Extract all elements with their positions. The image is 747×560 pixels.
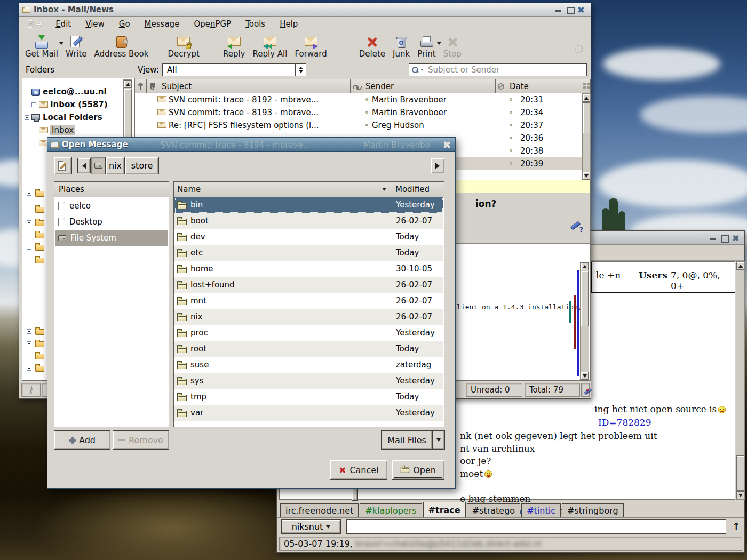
irc-tab-tintic[interactable]: #tintic <box>521 503 561 517</box>
place-item-eelco[interactable]: eelco <box>55 198 168 214</box>
add-button[interactable]: Add <box>54 430 110 450</box>
type-filename-button[interactable] <box>54 157 72 174</box>
irc-scrollbar-thumb[interactable] <box>736 455 744 491</box>
places-header[interactable]: Places <box>54 182 169 197</box>
file-row-suse[interactable]: susezaterdag <box>174 357 443 373</box>
sidebar-item-inbox[interactable]: Inbox <box>22 124 124 137</box>
expander-plus-icon[interactable] <box>27 191 31 196</box>
subject-column-header[interactable]: Subject <box>158 79 351 93</box>
sidebar-item-local-folders[interactable]: Local Folders <box>22 111 124 124</box>
name-column-header[interactable]: Name <box>174 182 392 197</box>
scroll-down-icon[interactable] <box>581 372 589 380</box>
dialog-titlebar[interactable]: Open Message SVN commit: trace - 8194 - … <box>47 138 455 152</box>
scroll-up-icon[interactable] <box>736 262 744 270</box>
places-panel[interactable]: Places eelcoDesktopFile System <box>54 181 169 427</box>
date-column-header[interactable]: Date <box>506 79 582 93</box>
expander-plus-icon[interactable] <box>27 341 31 346</box>
path-scroll-left-button[interactable] <box>77 158 91 173</box>
menu-go[interactable]: Go <box>119 19 130 29</box>
path-segment-nix[interactable]: nix <box>106 157 125 174</box>
file-row-bin[interactable]: binYesterday <box>174 197 443 213</box>
file-row-nix[interactable]: nix26-02-07 <box>174 309 443 325</box>
irc-tab-trace[interactable]: #trace <box>423 502 466 517</box>
expander-plus-icon[interactable] <box>27 329 31 334</box>
toolbar-print-button[interactable]: Print <box>414 33 440 59</box>
toolbar-get-mail-button[interactable]: Get Mail <box>21 33 62 59</box>
irc-tab-stringborg[interactable]: #stringborg <box>562 503 624 517</box>
file-row-mnt[interactable]: mnt26-02-07 <box>174 293 443 309</box>
modified-column-header[interactable]: Modified <box>392 182 444 197</box>
toolbar-delete-button[interactable]: Delete <box>355 33 389 59</box>
maximize-icon[interactable] <box>720 234 729 242</box>
scroll-up-icon[interactable] <box>124 80 132 88</box>
file-row-lost+found[interactable]: lost+found26-02-07 <box>174 277 443 293</box>
scroll-up-icon[interactable] <box>583 94 590 102</box>
minimize-icon[interactable] <box>709 234 718 242</box>
up-arrow-icon[interactable]: ↑ <box>732 521 740 532</box>
thread-column-header[interactable] <box>351 79 362 93</box>
mail-titlebar[interactable]: Inbox - Mail/News <box>19 3 591 17</box>
menu-view[interactable]: View <box>85 19 105 29</box>
expander-plus-icon[interactable] <box>31 102 36 107</box>
filter-dropdown-arrow[interactable] <box>432 430 445 450</box>
irc-tab-klaplopers[interactable]: #klaplopers <box>360 503 422 517</box>
close-icon[interactable] <box>442 141 451 149</box>
search-input[interactable] <box>426 65 586 75</box>
maximize-icon[interactable] <box>566 6 574 13</box>
scroll-down-icon[interactable] <box>736 491 744 499</box>
message-scrollbar[interactable] <box>580 262 589 380</box>
menu-file[interactable]: File <box>28 19 41 29</box>
place-item-file-system[interactable]: File System <box>55 230 168 246</box>
close-icon[interactable] <box>577 6 585 13</box>
irc-tab-stratego[interactable]: #stratego <box>467 503 520 517</box>
irc-tab-ircfreenodenet[interactable]: irc.freenode.net <box>280 503 359 517</box>
place-item-desktop[interactable]: Desktop <box>55 214 168 230</box>
toolbar-forward-button[interactable]: Forward <box>291 33 330 59</box>
toolbar-decrypt-button[interactable]: Decrypt <box>164 33 203 59</box>
path-scroll-right-button[interactable] <box>431 158 444 173</box>
sender-column-header[interactable]: Sender <box>362 79 496 93</box>
toolbar-stop-button[interactable]: Stop <box>440 33 465 59</box>
file-row-home[interactable]: home30-10-05 <box>174 261 443 277</box>
offline-indicator[interactable]: ⌇ <box>21 383 41 397</box>
file-row-sys[interactable]: sysYesterday <box>174 373 443 389</box>
combo-arrows-icon[interactable] <box>295 64 306 76</box>
file-list-panel[interactable]: Name Modified binYesterdayboot26-02-07de… <box>173 181 444 427</box>
column-picker-button[interactable] <box>582 79 591 93</box>
minimize-icon[interactable] <box>554 6 563 13</box>
file-row-boot[interactable]: boot26-02-07 <box>174 213 443 229</box>
enigmail-status[interactable] <box>581 383 590 397</box>
thread-row[interactable]: SVN commit: trace - 8193 - mbrave...Mart… <box>135 106 582 119</box>
expander-plus-icon[interactable] <box>27 245 31 250</box>
toolbar-junk-button[interactable]: Junk <box>389 33 414 59</box>
sidebar-item-inbox-5587-[interactable]: Inbox (5587) <box>22 99 124 111</box>
expander-minus-icon[interactable] <box>25 115 29 120</box>
cancel-button[interactable]: Cancel <box>330 460 387 480</box>
sidebar-item-eelco-uu-nl[interactable]: eelco@...uu.nl <box>22 86 124 99</box>
file-row-etc[interactable]: etcToday <box>174 245 443 261</box>
file-row-dev[interactable]: devToday <box>174 229 443 245</box>
file-row-var[interactable]: varYesterday <box>174 405 443 421</box>
file-row-proc[interactable]: procYesterday <box>174 325 443 341</box>
thread-row[interactable]: SVN commit: trace - 8192 - mbrave...Mart… <box>135 93 582 106</box>
message-scrollbar-thumb[interactable] <box>581 271 589 326</box>
thread-scrollbar[interactable] <box>582 93 591 180</box>
expander-plus-icon[interactable] <box>27 220 31 225</box>
scroll-up-icon[interactable] <box>581 262 589 270</box>
toolbar-reply-button[interactable]: Reply <box>219 33 249 59</box>
thread-scrollbar-thumb[interactable] <box>583 102 590 133</box>
filter-combobox[interactable]: Mail Files <box>381 430 432 450</box>
attachment-column-header[interactable] <box>147 79 158 93</box>
flag-column-header[interactable] <box>135 79 147 93</box>
menu-message[interactable]: Message <box>145 19 180 29</box>
path-root-button[interactable] <box>91 157 106 174</box>
close-icon[interactable] <box>732 234 740 242</box>
irc-chat-input[interactable] <box>346 519 726 534</box>
scroll-down-icon[interactable] <box>583 172 590 180</box>
toolbar-write-button[interactable]: Write <box>62 33 91 59</box>
junk-column-header[interactable] <box>496 79 506 93</box>
expander-minus-icon[interactable] <box>27 258 31 262</box>
menu-tools[interactable]: Tools <box>245 19 265 29</box>
thread-row[interactable]: Re: [RFC] FSFS filesystem options (l...G… <box>135 119 582 132</box>
irc-scrollbar[interactable] <box>736 261 745 500</box>
